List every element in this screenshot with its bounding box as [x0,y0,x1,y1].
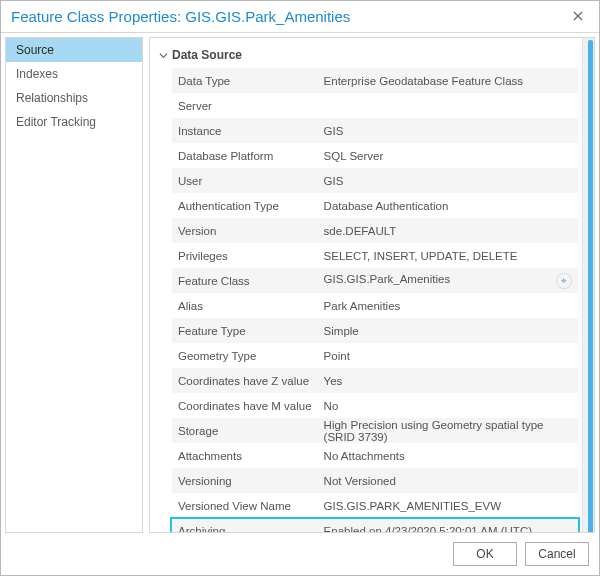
property-key: Geometry Type [172,343,318,368]
ok-button[interactable]: OK [453,542,517,566]
section-header[interactable]: Data Source [158,44,578,68]
table-row: Coordinates have M valueNo [172,393,578,418]
table-row: AttachmentsNo Attachments [172,443,578,468]
property-value: sde.DEFAULT [318,218,578,243]
main-panel: Data Source Data TypeEnterprise Geodatab… [149,37,595,533]
property-value: Not Versioned [318,468,578,493]
table-row: Authentication TypeDatabase Authenticati… [172,193,578,218]
sidebar-item-indexes[interactable]: Indexes [6,62,142,86]
property-key: Version [172,218,318,243]
property-key: Versioned View Name [172,493,318,518]
table-row: PrivilegesSELECT, INSERT, UPDATE, DELETE [172,243,578,268]
table-row: ArchivingEnabled on 4/23/2020 5:20:01 AM… [172,518,578,532]
property-key: Database Platform [172,143,318,168]
dialog-footer: OK Cancel [1,533,599,575]
property-key: Attachments [172,443,318,468]
property-value: Yes [318,368,578,393]
table-row: Geometry TypePoint [172,343,578,368]
property-value: GIS.GIS.Park_Amenities⌖ [318,268,578,293]
feature-class-icon[interactable]: ⌖ [556,273,572,289]
section-title: Data Source [172,48,242,62]
close-button[interactable] [565,6,591,28]
property-value: GIS [318,168,578,193]
scrollbar-track[interactable] [582,38,594,532]
property-value: Enterprise Geodatabase Feature Class [318,68,578,93]
property-key: Coordinates have Z value [172,368,318,393]
table-row: Database PlatformSQL Server [172,143,578,168]
property-key: Privileges [172,243,318,268]
titlebar: Feature Class Properties: GIS.GIS.Park_A… [1,1,599,33]
property-value: GIS [318,118,578,143]
table-row: Feature TypeSimple [172,318,578,343]
property-key: Versioning [172,468,318,493]
property-value: Enabled on 4/23/2020 5:20:01 AM (UTC). [318,518,578,532]
chevron-down-icon [158,51,168,60]
cancel-button[interactable]: Cancel [525,542,589,566]
property-key: Feature Class [172,268,318,293]
property-key: User [172,168,318,193]
table-row: Versionsde.DEFAULT [172,218,578,243]
table-row: VersioningNot Versioned [172,468,578,493]
sidebar: SourceIndexesRelationshipsEditor Trackin… [5,37,143,533]
table-row: UserGIS [172,168,578,193]
table-row: Coordinates have Z valueYes [172,368,578,393]
property-value: No Attachments [318,443,578,468]
property-key: Storage [172,418,318,443]
property-key: Authentication Type [172,193,318,218]
property-key: Data Type [172,68,318,93]
property-value: Park Amenities [318,293,578,318]
property-value [318,93,578,118]
table-row: StorageHigh Precision using Geometry spa… [172,418,578,443]
table-row: Server [172,93,578,118]
scrollbar-thumb[interactable] [588,40,593,533]
property-value: High Precision using Geometry spatial ty… [318,418,578,443]
dialog-body: SourceIndexesRelationshipsEditor Trackin… [1,33,599,533]
property-key: Archiving [172,518,318,532]
property-value: No [318,393,578,418]
properties-table: Data TypeEnterprise Geodatabase Feature … [172,68,578,532]
property-key: Server [172,93,318,118]
table-row: AliasPark Amenities [172,293,578,318]
dialog-title: Feature Class Properties: GIS.GIS.Park_A… [11,8,565,25]
property-value: SQL Server [318,143,578,168]
property-value: SELECT, INSERT, UPDATE, DELETE [318,243,578,268]
dialog: Feature Class Properties: GIS.GIS.Park_A… [0,0,600,576]
property-value: Simple [318,318,578,343]
property-value: Database Authentication [318,193,578,218]
property-value: GIS.GIS.PARK_AMENITIES_EVW [318,493,578,518]
table-row: Feature ClassGIS.GIS.Park_Amenities⌖ [172,268,578,293]
property-key: Instance [172,118,318,143]
table-row: InstanceGIS [172,118,578,143]
sidebar-item-source[interactable]: Source [6,38,142,62]
property-value: Point [318,343,578,368]
sidebar-item-relationships[interactable]: Relationships [6,86,142,110]
close-icon [573,10,583,24]
main-scroll-area[interactable]: Data Source Data TypeEnterprise Geodatab… [150,38,582,532]
table-row: Data TypeEnterprise Geodatabase Feature … [172,68,578,93]
sidebar-item-editor-tracking[interactable]: Editor Tracking [6,110,142,134]
property-key: Coordinates have M value [172,393,318,418]
property-key: Alias [172,293,318,318]
property-key: Feature Type [172,318,318,343]
table-row: Versioned View NameGIS.GIS.PARK_AMENITIE… [172,493,578,518]
